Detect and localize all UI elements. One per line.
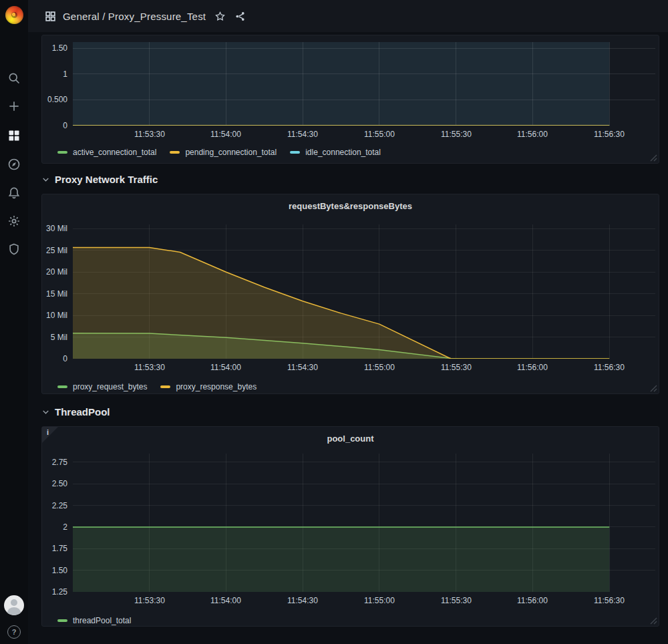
x-axis-label: 11:56:30 — [582, 596, 636, 605]
panel-resize-handle[interactable] — [650, 617, 657, 625]
y-axis-label: 0.500 — [42, 95, 67, 104]
x-axis-label: 11:56:00 — [506, 130, 559, 139]
y-axis-label: 2 — [42, 522, 67, 532]
x-axis-label: 11:53:30 — [123, 130, 176, 139]
y-axis-label: 0 — [42, 121, 67, 130]
help-glyph: ? — [12, 628, 17, 636]
alerting-bell-icon[interactable] — [6, 184, 22, 200]
y-axis-label: 10 Mil — [42, 311, 67, 320]
chart-legend: active_connection_totalpending_connectio… — [57, 148, 381, 157]
y-axis-label: 1 — [42, 69, 67, 79]
x-axis-label: 11:56:30 — [582, 363, 636, 372]
y-axis-label: 1.75 — [42, 544, 67, 553]
y-axis-label: 30 Mil — [42, 224, 67, 233]
legend-label: idle_connection_total — [305, 148, 381, 157]
panel-pool-count: i pool_count 2.752.502.2521.751.501.2511… — [41, 426, 659, 627]
legend-color-swatch — [57, 619, 67, 622]
x-axis-label: 11:54:00 — [199, 130, 253, 139]
x-axis-label: 11:55:30 — [430, 363, 483, 372]
x-axis-label: 11:56:00 — [506, 363, 559, 372]
legend-label: proxy_response_bytes — [176, 382, 257, 391]
y-axis-label: 1.25 — [42, 587, 67, 597]
x-axis-label: 11:53:30 — [123, 596, 176, 605]
series-area-proxy_response_bytes — [73, 247, 609, 359]
legend-item[interactable]: idle_connection_total — [290, 148, 381, 157]
y-axis-label: 20 Mil — [42, 267, 67, 277]
panel-connection-totals: 1.5010.500011:53:3011:54:0011:54:3011:55… — [41, 35, 659, 164]
x-axis-label: 11:54:00 — [199, 363, 253, 372]
help-icon[interactable]: ? — [7, 625, 21, 639]
x-axis-label: 11:54:30 — [276, 363, 329, 372]
panel-resize-handle[interactable] — [650, 385, 657, 392]
user-avatar[interactable] — [4, 595, 24, 615]
x-axis-label: 11:55:00 — [353, 130, 406, 139]
y-axis-label: 1.50 — [42, 43, 67, 53]
sidebar: ? — [0, 0, 28, 644]
breadcrumb[interactable]: General / Proxy_Pressure_Test — [45, 11, 206, 22]
legend-item[interactable]: pending_connection_total — [170, 148, 277, 157]
star-favorite-button[interactable] — [214, 11, 226, 22]
breadcrumb-text: General / Proxy_Pressure_Test — [63, 11, 206, 22]
y-axis-label: 5 Mil — [42, 333, 67, 342]
dashboard-grid-icon — [45, 11, 56, 22]
server-admin-shield-icon[interactable] — [6, 241, 22, 257]
x-axis-label: 11:56:30 — [582, 130, 636, 139]
x-axis-label: 11:55:30 — [430, 130, 483, 139]
avatar-head — [11, 599, 17, 606]
configuration-gear-icon[interactable] — [6, 213, 22, 229]
chart-legend: proxy_request_bytesproxy_response_bytes — [57, 382, 257, 391]
panel-request-response-bytes: requestBytes&responseBytes 30 Mil25 Mil2… — [41, 194, 659, 394]
legend-item[interactable]: proxy_response_bytes — [160, 382, 257, 391]
section-row-threadpool[interactable]: ThreadPool — [41, 402, 110, 421]
legend-color-swatch — [290, 151, 300, 154]
x-axis-label: 11:55:00 — [353, 596, 406, 605]
y-axis-label: 2.50 — [42, 479, 67, 488]
x-axis-label: 11:54:30 — [276, 596, 329, 605]
legend-color-swatch — [170, 151, 180, 154]
series-area-threadPool_total — [73, 527, 609, 592]
share-button[interactable] — [234, 11, 246, 22]
y-axis-label: 2.75 — [42, 458, 67, 467]
chevron-down-icon — [41, 175, 50, 184]
grafana-logo[interactable] — [5, 6, 23, 24]
section-row-proxy-network-traffic[interactable]: Proxy Network Traffic — [41, 170, 158, 188]
legend-color-swatch — [160, 385, 170, 388]
legend-item[interactable]: threadPool_total — [57, 616, 131, 625]
x-axis-label: 11:55:00 — [353, 363, 406, 372]
chart-plot-area[interactable] — [73, 224, 655, 359]
section-title: ThreadPool — [55, 406, 110, 418]
chart-plot-area[interactable] — [73, 454, 655, 592]
chart-svg — [73, 454, 655, 592]
x-axis-label: 11:56:00 — [506, 596, 559, 605]
legend-item[interactable]: active_connection_total — [57, 148, 156, 157]
y-axis-label: 15 Mil — [42, 289, 67, 299]
x-axis-label: 11:54:00 — [199, 596, 253, 605]
x-axis-label: 11:53:30 — [123, 363, 176, 372]
panel-resize-handle[interactable] — [650, 154, 657, 162]
y-axis-label: 25 Mil — [42, 246, 67, 255]
legend-color-swatch — [57, 385, 67, 388]
y-axis-label: 1.50 — [42, 566, 67, 575]
explore-compass-icon[interactable] — [6, 156, 22, 172]
plus-icon[interactable] — [6, 98, 22, 114]
panel-title[interactable]: pool_count — [42, 434, 659, 444]
legend-label: threadPool_total — [73, 616, 131, 625]
y-axis-label: 0 — [42, 354, 67, 363]
search-icon[interactable] — [6, 70, 22, 86]
x-axis-label: 11:55:30 — [430, 596, 483, 605]
panel-title[interactable]: requestBytes&responseBytes — [42, 201, 659, 211]
legend-item[interactable]: proxy_request_bytes — [57, 382, 147, 391]
chart-legend: threadPool_total — [57, 616, 131, 625]
chevron-down-icon — [41, 408, 50, 416]
dashboards-grid-icon[interactable] — [6, 128, 22, 144]
legend-label: pending_connection_total — [185, 148, 277, 157]
chart-svg — [73, 42, 655, 126]
x-axis-label: 11:54:30 — [276, 130, 329, 139]
section-title: Proxy Network Traffic — [55, 174, 158, 185]
legend-label: proxy_request_bytes — [73, 382, 147, 391]
avatar-torso — [7, 607, 21, 615]
legend-color-swatch — [57, 151, 67, 154]
top-navbar: General / Proxy_Pressure_Test — [28, 0, 668, 32]
legend-label: active_connection_total — [73, 148, 156, 157]
chart-plot-area[interactable] — [73, 42, 655, 126]
